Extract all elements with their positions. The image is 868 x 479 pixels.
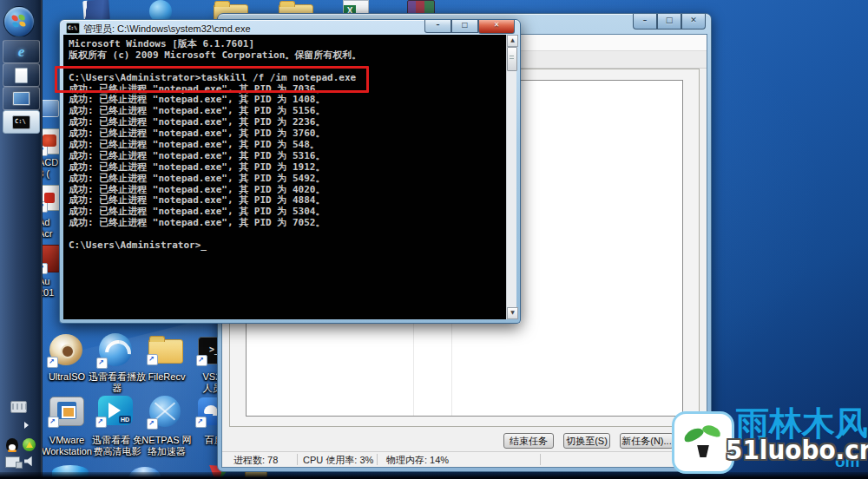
shortcut-arrow-icon xyxy=(47,357,58,368)
taskbar: e C:\ xyxy=(0,0,43,479)
scroll-up-arrow-icon[interactable]: ▲ xyxy=(507,35,518,47)
monitor-icon xyxy=(12,91,30,106)
taskbar-item-notepad[interactable] xyxy=(3,63,40,87)
status-processes: 进程数: 78 xyxy=(233,453,278,467)
taskbar-item-ie[interactable]: e xyxy=(3,40,40,63)
cmd-titlebar[interactable]: C:\ 管理员: C:\Windows\system32\cmd.exe xyxy=(66,22,251,35)
status-bar: 进程数: 78 CPU 使用率: 3% 物理内存: 14% xyxy=(222,451,707,467)
status-separator xyxy=(377,454,378,465)
maximize-button[interactable]: □ xyxy=(451,20,478,33)
qq-tray-icon[interactable] xyxy=(6,438,18,452)
shortcut-arrow-icon xyxy=(95,417,107,428)
taskbar-item-cmd[interactable]: C:\ xyxy=(3,110,40,134)
maximize-button[interactable]: □ xyxy=(657,14,681,30)
shortcut-arrow-icon xyxy=(48,417,59,428)
scrollbar-thumb[interactable] xyxy=(507,47,517,71)
vmware-icon[interactable] xyxy=(49,397,84,426)
red-annotation-box xyxy=(55,66,369,93)
windows-flag-icon xyxy=(11,14,25,27)
netpas-globe-icon[interactable] xyxy=(149,396,181,427)
task-manager-caption-buttons: – □ ✕ xyxy=(633,14,706,30)
desktop: ACD 8 ( Ad Acr Au 201 UltraISO 迅雷看看播放 器 … xyxy=(0,0,868,479)
cmd-window-title: 管理员: C:\Windows\system32\cmd.exe xyxy=(83,23,251,35)
scroll-down-arrow-icon[interactable]: ▼ xyxy=(507,307,518,319)
ultraiso-disc-icon[interactable] xyxy=(49,334,82,365)
input-method-keyboard-icon[interactable] xyxy=(10,401,27,413)
start-button[interactable] xyxy=(3,6,35,37)
minimize-button[interactable]: – xyxy=(633,14,657,30)
document-icon xyxy=(15,68,28,83)
cmd-icon: C:\ xyxy=(12,115,30,129)
status-separator xyxy=(297,454,298,465)
green-tray-icon[interactable] xyxy=(23,438,36,451)
close-button[interactable]: ✕ xyxy=(681,14,706,30)
close-button[interactable]: ✕ xyxy=(478,20,515,34)
status-separator xyxy=(540,454,541,465)
status-memory: 物理内存: 14% xyxy=(386,453,449,467)
shortcut-arrow-icon xyxy=(147,354,158,365)
ie-icon: e xyxy=(18,43,25,61)
status-cpu: CPU 使用率: 3% xyxy=(303,453,373,467)
console-scrollbar[interactable]: ▲ ▼ xyxy=(506,35,516,319)
xunlei-kankan-player-icon[interactable] xyxy=(99,333,132,366)
network-tray-icon[interactable] xyxy=(5,456,20,468)
watermark-site-text: 51luobo.cn xyxy=(726,434,868,465)
minimize-button[interactable]: – xyxy=(424,20,451,33)
switch-to-button[interactable]: 切换至(S) xyxy=(563,433,610,449)
volume-tray-icon[interactable] xyxy=(24,456,36,467)
xunlei-hd-movie-icon[interactable] xyxy=(98,396,133,425)
watermark: 雨林木风 om 51luobo.cn xyxy=(665,404,868,479)
shortcut-arrow-icon xyxy=(147,418,158,430)
folder-icon[interactable] xyxy=(148,339,183,364)
taskbar-item-display[interactable] xyxy=(3,87,40,110)
shortcut-arrow-icon xyxy=(196,355,207,366)
cmd-icon: C:\ xyxy=(66,23,80,34)
cmd-caption-buttons: – □ ✕ xyxy=(424,20,515,34)
show-hidden-icons-arrow-icon[interactable] xyxy=(24,422,29,429)
end-task-button[interactable]: 结束任务(E) xyxy=(503,433,554,449)
cmd-window: C:\ 管理员: C:\Windows\system32\cmd.exe – □… xyxy=(59,19,521,324)
notification-area xyxy=(0,401,42,479)
shortcut-arrow-icon xyxy=(96,358,108,369)
shortcut-arrow-icon xyxy=(195,417,207,428)
